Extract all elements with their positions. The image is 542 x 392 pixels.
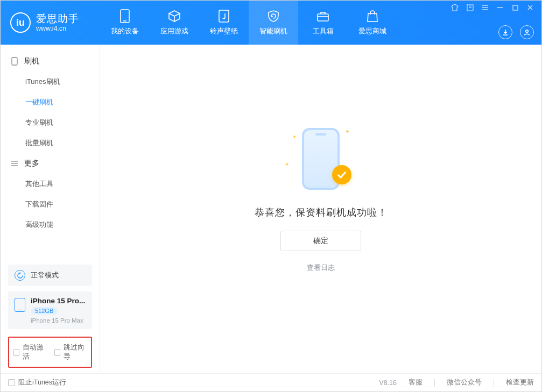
checkbox-block-itunes[interactable]: 阻止iTunes运行 xyxy=(8,378,66,387)
sidebar-item-onekey-flash[interactable]: 一键刷机 xyxy=(1,92,100,112)
tab-label: 应用游戏 xyxy=(160,26,188,36)
cube-icon xyxy=(167,9,181,23)
sidebar-group-title: 更多 xyxy=(24,159,39,168)
svg-rect-2 xyxy=(219,10,229,22)
device-capacity-badge: 512GB xyxy=(31,307,58,315)
tab-ringwall[interactable]: 铃声壁纸 xyxy=(199,1,249,45)
phone-outline-icon xyxy=(10,57,19,66)
refresh-icon xyxy=(15,270,25,281)
sidebar-group-more[interactable]: 更多 xyxy=(1,153,100,174)
sidebar-group-flash[interactable]: 刷机 xyxy=(1,51,100,72)
tab-apps[interactable]: 应用游戏 xyxy=(150,1,199,45)
minimize-icon[interactable] xyxy=(496,4,504,11)
toolbox-icon xyxy=(316,9,330,23)
tab-mall[interactable]: 爱思商城 xyxy=(348,1,397,45)
svg-rect-12 xyxy=(513,5,518,10)
checkbox-icon xyxy=(13,349,19,356)
tab-label: 我的设备 xyxy=(111,26,139,36)
svg-point-15 xyxy=(526,30,529,33)
checkbox-icon xyxy=(8,379,15,386)
tab-label: 爱思商城 xyxy=(358,26,386,36)
checkbox-auto-activate[interactable]: 自动激活 xyxy=(13,343,46,361)
download-button[interactable] xyxy=(498,25,512,39)
success-message: 恭喜您，保资料刷机成功啦！ xyxy=(255,206,388,219)
sparkle-icon: ✦ xyxy=(345,129,349,134)
app-name-en: www.i4.cn xyxy=(36,25,79,32)
tab-flash[interactable]: 智能刷机 xyxy=(249,1,298,45)
tab-device[interactable]: 我的设备 xyxy=(100,1,150,45)
footer-link-update[interactable]: 检查更新 xyxy=(506,378,534,387)
sidebar-item-advanced[interactable]: 高级功能 xyxy=(1,215,100,235)
footer-link-support[interactable]: 客服 xyxy=(409,378,423,387)
tab-label: 工具箱 xyxy=(313,26,334,36)
tab-tools[interactable]: 工具箱 xyxy=(298,1,348,45)
sparkle-icon: ✦ xyxy=(285,161,289,167)
separator xyxy=(494,379,494,387)
checkbox-label: 阻止iTunes运行 xyxy=(18,378,66,387)
phone-icon xyxy=(118,9,132,23)
checkmark-badge-icon xyxy=(332,165,351,184)
device-status-label: 正常模式 xyxy=(31,270,59,280)
sidebar-item-pro-flash[interactable]: 专业刷机 xyxy=(1,112,100,133)
skin-icon[interactable] xyxy=(451,4,459,11)
version-label: V8.16 xyxy=(379,379,397,387)
success-illustration: ✦ ✦ ✦ xyxy=(280,124,361,194)
bag-icon xyxy=(365,9,379,23)
more-lines-icon xyxy=(10,159,19,168)
menu-icon[interactable] xyxy=(481,4,489,11)
device-model: iPhone 15 Pro Max xyxy=(31,317,85,324)
main-tabs: 我的设备 应用游戏 铃声壁纸 智能刷机 工具箱 爱思商城 xyxy=(100,1,397,45)
sidebar-item-batch-flash[interactable]: 批量刷机 xyxy=(1,133,100,153)
checkbox-skip-wizard[interactable]: 跳过向导 xyxy=(54,343,87,361)
tab-label: 智能刷机 xyxy=(259,26,287,36)
checkbox-label: 自动激活 xyxy=(23,343,46,361)
svg-rect-16 xyxy=(12,58,17,65)
separator xyxy=(434,379,435,387)
logo-badge-icon: iu xyxy=(10,12,31,33)
sidebar-item-itunes-flash[interactable]: iTunes刷机 xyxy=(1,72,100,92)
footer-link-wechat[interactable]: 微信公众号 xyxy=(447,378,482,387)
device-status-card[interactable]: 正常模式 xyxy=(8,265,92,286)
device-card[interactable]: iPhone 15 Pro... 512GB iPhone 15 Pro Max xyxy=(8,291,92,329)
account-button[interactable] xyxy=(520,25,534,39)
feedback-icon[interactable] xyxy=(466,4,474,11)
svg-rect-3 xyxy=(318,14,328,21)
tab-label: 铃声壁纸 xyxy=(210,26,238,36)
refresh-shield-icon xyxy=(266,9,280,23)
checkbox-label: 跳过向导 xyxy=(64,343,87,361)
maximize-icon[interactable] xyxy=(511,4,519,11)
sparkle-icon: ✦ xyxy=(292,134,297,140)
sidebar-item-other-tools[interactable]: 其他工具 xyxy=(1,174,100,194)
app-name-cn: 爱思助手 xyxy=(36,13,79,25)
device-icon xyxy=(15,298,25,312)
music-icon xyxy=(217,9,231,23)
flash-options-box: 自动激活 跳过向导 xyxy=(8,337,92,368)
view-log-link[interactable]: 查看日志 xyxy=(307,263,335,273)
checkbox-icon xyxy=(54,349,60,356)
device-name: iPhone 15 Pro... xyxy=(31,297,85,305)
sidebar-group-title: 刷机 xyxy=(24,56,39,66)
app-logo: iu 爱思助手 www.i4.cn xyxy=(1,1,100,45)
close-icon[interactable] xyxy=(526,4,534,11)
sidebar-item-download-firmware[interactable]: 下载固件 xyxy=(1,194,100,215)
ok-button[interactable]: 确定 xyxy=(280,231,361,251)
